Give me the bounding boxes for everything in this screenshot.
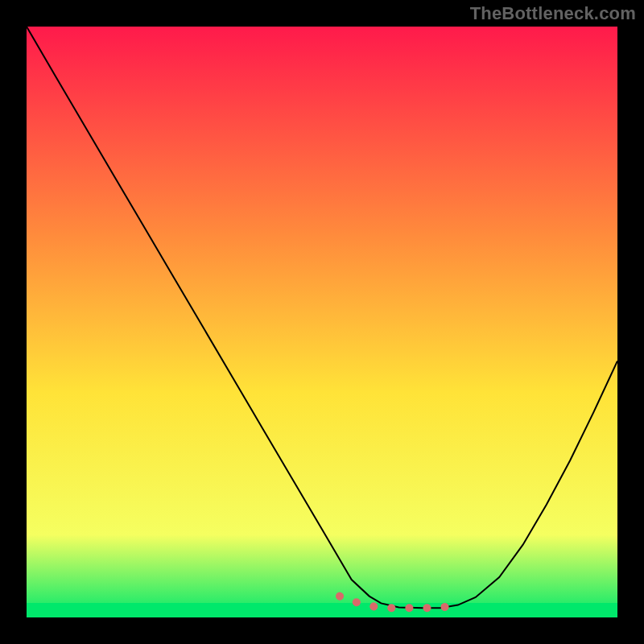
chart-container: TheBottleneck.com	[0, 0, 644, 644]
chart-svg	[27, 27, 617, 617]
chart-bottom-band	[27, 603, 617, 617]
chart-plot-area	[27, 27, 617, 617]
watermark-text: TheBottleneck.com	[470, 3, 636, 24]
